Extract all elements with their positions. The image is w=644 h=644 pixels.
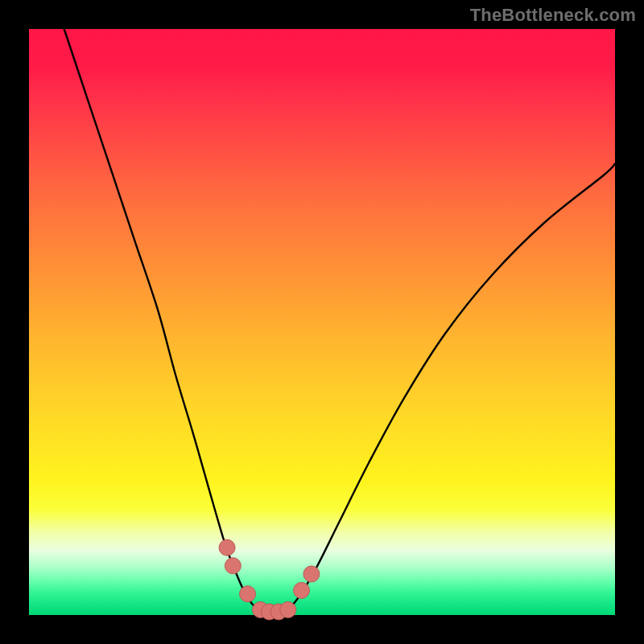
data-marker [225,558,241,574]
chart-frame: TheBottleneck.com [0,0,644,644]
data-marker [294,582,310,598]
data-marker [280,601,296,617]
right-curve [287,163,615,610]
left-curve [64,29,261,611]
curves-layer [29,29,615,615]
data-marker [240,586,256,602]
data-marker [219,539,235,555]
plot-area [29,29,615,615]
watermark-text: TheBottleneck.com [470,5,636,26]
data-marker [303,566,320,582]
marker-group [219,539,320,620]
